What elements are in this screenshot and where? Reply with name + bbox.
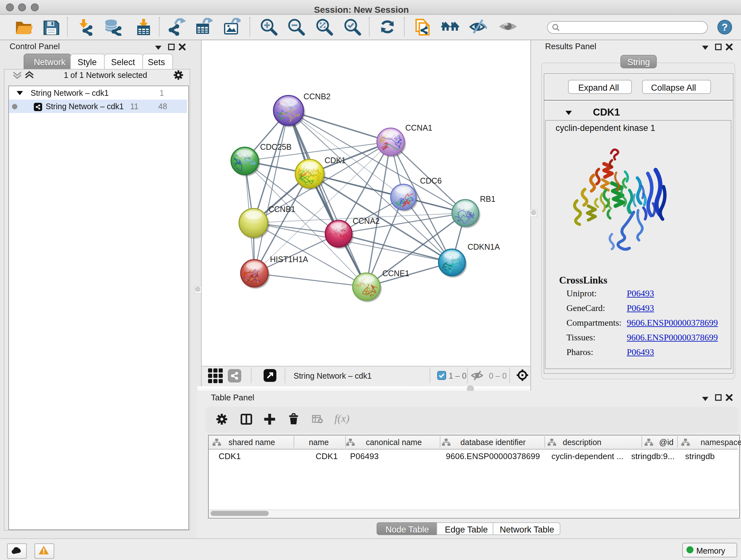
svg-text:CDC25B: CDC25B xyxy=(260,142,291,151)
svg-text:CDC6: CDC6 xyxy=(420,176,441,185)
svg-text:?: ? xyxy=(722,22,728,33)
svg-text:RB1: RB1 xyxy=(480,194,495,203)
svg-text:CDK1: CDK1 xyxy=(324,156,346,165)
svg-text:CCNE1: CCNE1 xyxy=(382,269,409,278)
svg-text:CDKN1A: CDKN1A xyxy=(467,242,500,251)
svg-text:CCNB2: CCNB2 xyxy=(303,92,330,101)
svg-text:CCNB1: CCNB1 xyxy=(268,205,295,213)
svg-text:CCNA1: CCNA1 xyxy=(405,123,432,132)
svg-text:HIST1H1A: HIST1H1A xyxy=(270,255,308,264)
svg-text:CCNA2: CCNA2 xyxy=(352,216,380,226)
